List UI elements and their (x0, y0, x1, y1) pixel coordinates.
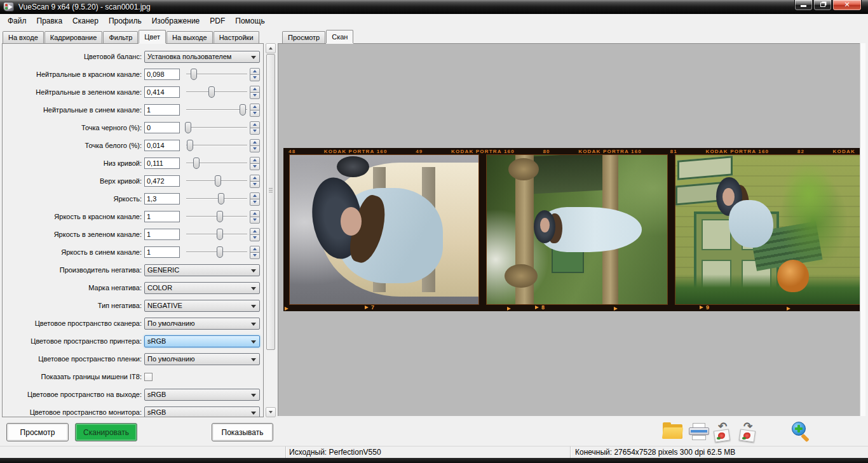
film-color-space-select[interactable]: По умолчанию (144, 353, 260, 365)
curve-high-step-down-icon[interactable] (250, 181, 260, 188)
brightness-red-step-up-icon[interactable] (250, 210, 260, 217)
curve-high-input[interactable]: 0,472 (144, 175, 180, 187)
brightness-red-slider-thumb[interactable] (217, 211, 223, 222)
menu-edit[interactable]: Правка (32, 15, 68, 27)
film-frame-2[interactable] (487, 155, 667, 304)
brightness-input[interactable]: 1,3 (144, 193, 180, 205)
neutral-green-slider-thumb[interactable] (208, 86, 215, 98)
neutral-green-input[interactable]: 0,414 (144, 86, 180, 98)
curve-low-input[interactable]: 0,111 (144, 158, 180, 169)
negative-type-select[interactable]: NEGATIVE (144, 300, 260, 312)
print-icon[interactable] (689, 423, 709, 440)
curve-low-slider[interactable] (186, 158, 247, 169)
white-point-step-up-icon[interactable] (250, 139, 260, 146)
black-point-input[interactable]: 0 (144, 122, 180, 133)
neutral-blue-input[interactable]: 1 (144, 104, 180, 116)
brightness-blue-slider-thumb[interactable] (217, 246, 223, 258)
brightness-slider-thumb[interactable] (218, 193, 224, 205)
brightness-green-slider-thumb[interactable] (217, 229, 223, 240)
show-button[interactable]: Показывать (212, 423, 273, 441)
neutral-green-slider[interactable] (186, 86, 247, 98)
brightness-green-input[interactable]: 1 (144, 229, 180, 240)
restore-button[interactable] (813, 0, 832, 11)
black-point-slider-thumb[interactable] (185, 122, 191, 133)
brightness-green-step-up-icon[interactable] (250, 228, 260, 235)
scrollbar-thumb[interactable] (266, 54, 275, 350)
tab-scan[interactable]: Скан (326, 30, 353, 43)
minimize-button[interactable] (794, 0, 813, 11)
black-point-step-up-icon[interactable] (250, 121, 260, 128)
output-color-space-select[interactable]: sRGB (144, 389, 260, 401)
tab-output[interactable]: На выходе (166, 31, 213, 43)
neutral-blue-slider[interactable] (186, 104, 247, 116)
rotate-left-icon[interactable]: ↶ (713, 422, 735, 441)
open-folder-icon[interactable] (663, 424, 682, 439)
brightness-red-input[interactable]: 1 (144, 211, 180, 222)
tab-prefs[interactable]: Настройки (214, 31, 259, 43)
tab-crop[interactable]: Кадрирование (44, 31, 103, 43)
tab-input[interactable]: На входе (3, 31, 44, 43)
scroll-down-icon[interactable] (266, 407, 276, 417)
preview-button[interactable]: Просмотр (6, 423, 69, 441)
curve-low-step-up-icon[interactable] (250, 157, 260, 164)
menu-pdf[interactable]: PDF (205, 15, 230, 27)
white-point-slider-thumb[interactable] (187, 140, 193, 151)
show-it8-borders-checkbox[interactable] (144, 373, 153, 381)
black-point-label: Точка черного (%): (3, 124, 144, 131)
brightness-slider[interactable] (186, 193, 247, 205)
tab-preview[interactable]: Просмотр (282, 31, 325, 43)
curve-high-slider-thumb[interactable] (215, 175, 221, 187)
scroll-up-icon[interactable] (266, 43, 276, 53)
brightness-green-slider[interactable] (186, 229, 247, 240)
neutral-blue-step-down-icon[interactable] (250, 110, 260, 117)
white-point-input[interactable]: 0,014 (144, 140, 180, 151)
negative-vendor-select[interactable]: GENERIC (144, 264, 260, 276)
menu-scanner[interactable]: Сканер (67, 15, 104, 27)
neutral-red-slider-thumb[interactable] (191, 69, 197, 80)
settings-scrollbar[interactable] (266, 43, 276, 417)
scan-preview-area[interactable]: 48KODAK PORTRA 16049KODAK PORTRA 16080KO… (278, 43, 860, 416)
menu-image[interactable]: Изображение (147, 15, 205, 27)
neutral-blue-slider-thumb[interactable] (240, 104, 246, 116)
black-point-step-down-icon[interactable] (250, 128, 260, 135)
negative-brand-select[interactable]: COLOR (144, 282, 260, 294)
film-frame-3[interactable] (675, 155, 860, 304)
curve-high-step-up-icon[interactable] (250, 175, 260, 182)
brightness-blue-step-up-icon[interactable] (250, 246, 260, 253)
menu-profile[interactable]: Профиль (104, 15, 147, 27)
brightness-blue-input[interactable]: 1 (144, 246, 180, 258)
curve-low-slider-thumb[interactable] (193, 158, 200, 169)
black-point-slider[interactable] (186, 122, 247, 133)
neutral-blue-step-up-icon[interactable] (250, 104, 260, 111)
brightness-red-slider[interactable] (186, 211, 247, 222)
neutral-green-step-up-icon[interactable] (250, 86, 260, 93)
neutral-red-slider[interactable] (186, 69, 247, 80)
zoom-in-icon[interactable] (792, 422, 811, 442)
printer-color-space-select[interactable]: sRGB (144, 335, 260, 347)
brightness-blue-step-down-icon[interactable] (250, 252, 260, 259)
scanner-color-space-select[interactable]: По умолчанию (144, 318, 260, 330)
brightness-red-step-down-icon[interactable] (250, 217, 260, 224)
curve-low-step-down-icon[interactable] (250, 163, 260, 170)
neutral-red-step-up-icon[interactable] (250, 68, 260, 75)
menu-file[interactable]: Файл (3, 15, 32, 27)
curve-high-slider[interactable] (186, 175, 247, 187)
white-point-step-down-icon[interactable] (250, 145, 260, 152)
scan-button[interactable]: Сканировать (75, 423, 137, 441)
film-frame-1[interactable] (290, 155, 478, 304)
brightness-green-step-down-icon[interactable] (250, 234, 260, 241)
rotate-right-icon[interactable]: ↷ (738, 422, 760, 441)
white-point-slider[interactable] (186, 140, 247, 151)
tab-color[interactable]: Цвет (139, 30, 166, 43)
monitor-color-space-select[interactable]: sRGB (144, 406, 260, 418)
tab-filter[interactable]: Фильтр (103, 31, 138, 43)
brightness-step-up-icon[interactable] (250, 192, 260, 199)
neutral-red-step-down-icon[interactable] (250, 74, 260, 81)
menu-help[interactable]: Помощь (230, 15, 269, 27)
neutral-red-input[interactable]: 0,098 (144, 69, 180, 80)
close-button[interactable]: ✕ (832, 0, 862, 11)
brightness-blue-slider[interactable] (186, 246, 247, 258)
color-balance-select[interactable]: Установка пользователем (144, 51, 260, 63)
brightness-step-down-icon[interactable] (250, 199, 260, 206)
neutral-green-step-down-icon[interactable] (250, 92, 260, 99)
